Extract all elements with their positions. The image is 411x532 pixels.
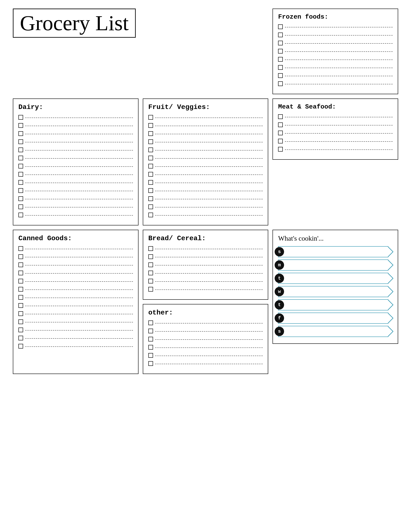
- checkbox[interactable]: [148, 345, 153, 350]
- checkbox[interactable]: [19, 319, 23, 324]
- line: [25, 338, 133, 339]
- line: [155, 207, 263, 208]
- line: [155, 150, 263, 151]
- checkbox[interactable]: [148, 180, 153, 185]
- line: [285, 59, 392, 60]
- list-item: [148, 329, 263, 333]
- checkbox[interactable]: [278, 139, 283, 143]
- day-arrow-saturday: s: [278, 326, 388, 337]
- checkbox[interactable]: [278, 131, 283, 135]
- list-item: [278, 41, 392, 45]
- checkbox[interactable]: [19, 295, 23, 300]
- page-title: Grocery List: [13, 9, 136, 38]
- checkbox[interactable]: [148, 131, 153, 136]
- checkbox[interactable]: [19, 204, 23, 209]
- line: [155, 183, 263, 183]
- checkbox[interactable]: [148, 353, 153, 358]
- checkbox[interactable]: [278, 73, 283, 78]
- bread-title: Bread/ Cereal:: [148, 234, 263, 242]
- checkbox[interactable]: [19, 246, 23, 251]
- checkbox[interactable]: [19, 328, 23, 332]
- day-arrow-thursday: t: [278, 299, 388, 310]
- line: [25, 215, 133, 216]
- checkbox[interactable]: [278, 114, 283, 119]
- checkbox[interactable]: [19, 131, 23, 136]
- checkbox[interactable]: [278, 49, 283, 54]
- checkbox[interactable]: [148, 361, 153, 366]
- checkbox[interactable]: [278, 41, 283, 45]
- list-item: [148, 115, 263, 120]
- checkbox[interactable]: [148, 156, 153, 160]
- checkbox[interactable]: [148, 123, 153, 128]
- checkbox[interactable]: [19, 303, 23, 308]
- checkbox[interactable]: [148, 271, 153, 275]
- checkbox[interactable]: [19, 156, 23, 160]
- checkbox[interactable]: [148, 254, 153, 259]
- list-item: [278, 49, 392, 54]
- line: [155, 126, 263, 126]
- line: [25, 207, 133, 208]
- line: [155, 273, 263, 274]
- line: [155, 174, 263, 175]
- checkbox[interactable]: [148, 188, 153, 193]
- checkbox[interactable]: [148, 204, 153, 209]
- list-item: [278, 73, 392, 78]
- checkbox[interactable]: [148, 337, 153, 342]
- list-item: [19, 319, 133, 324]
- checkbox[interactable]: [19, 164, 23, 169]
- checkbox[interactable]: [278, 65, 283, 70]
- checkbox[interactable]: [19, 139, 23, 144]
- checkbox[interactable]: [19, 279, 23, 284]
- checkbox[interactable]: [19, 180, 23, 185]
- checkbox[interactable]: [278, 81, 283, 86]
- checkbox[interactable]: [148, 139, 153, 144]
- line: [25, 322, 133, 323]
- checkbox[interactable]: [19, 287, 23, 292]
- checkbox[interactable]: [278, 147, 283, 152]
- checkbox[interactable]: [278, 123, 283, 127]
- list-item: [148, 353, 263, 358]
- line: [25, 289, 133, 290]
- checkbox[interactable]: [19, 188, 23, 193]
- list-item: [19, 213, 133, 217]
- checkbox[interactable]: [148, 279, 153, 284]
- checkbox[interactable]: [19, 254, 23, 259]
- checkbox[interactable]: [278, 57, 283, 62]
- checkbox[interactable]: [19, 336, 23, 340]
- checkbox[interactable]: [148, 164, 153, 169]
- checkbox[interactable]: [19, 311, 23, 316]
- checkbox[interactable]: [278, 33, 283, 37]
- checkbox[interactable]: [148, 213, 153, 217]
- list-item: [19, 336, 133, 340]
- list-item: [19, 196, 133, 201]
- checkbox[interactable]: [148, 262, 153, 267]
- checkbox[interactable]: [19, 123, 23, 128]
- line: [285, 125, 392, 125]
- checkbox[interactable]: [148, 172, 153, 177]
- list-item: [19, 204, 133, 209]
- cookin-section: What's cookin'... s m t: [273, 230, 398, 344]
- checkbox[interactable]: [19, 148, 23, 152]
- checkbox[interactable]: [148, 115, 153, 120]
- day-row-friday: f: [278, 313, 392, 324]
- list-item: [19, 115, 133, 120]
- other-section: other:: [143, 304, 268, 374]
- list-item: [19, 254, 133, 259]
- list-item: [148, 213, 263, 217]
- checkbox[interactable]: [19, 213, 23, 217]
- checkbox[interactable]: [19, 115, 23, 120]
- checkbox[interactable]: [19, 196, 23, 201]
- checkbox[interactable]: [148, 321, 153, 325]
- checkbox[interactable]: [148, 148, 153, 152]
- checkbox[interactable]: [148, 287, 153, 292]
- line: [285, 35, 392, 36]
- checkbox[interactable]: [19, 262, 23, 267]
- checkbox[interactable]: [19, 271, 23, 275]
- checkbox[interactable]: [148, 196, 153, 201]
- checkbox[interactable]: [278, 24, 283, 29]
- checkbox[interactable]: [19, 344, 23, 349]
- line: [155, 289, 263, 290]
- checkbox[interactable]: [148, 246, 153, 251]
- checkbox[interactable]: [148, 329, 153, 333]
- checkbox[interactable]: [19, 172, 23, 177]
